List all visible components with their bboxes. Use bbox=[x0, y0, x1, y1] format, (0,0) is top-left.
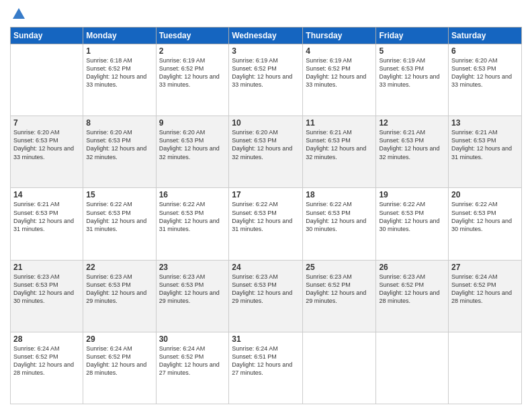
day-number: 3 bbox=[232, 46, 300, 56]
day-info: Sunrise: 6:19 AMSunset: 6:52 PMDaylight:… bbox=[159, 56, 226, 89]
table-row bbox=[11, 44, 83, 116]
day-number: 26 bbox=[379, 263, 445, 272]
day-number: 8 bbox=[86, 118, 152, 128]
header bbox=[10, 7, 522, 21]
day-number: 13 bbox=[451, 118, 519, 128]
table-row: 22Sunrise: 6:23 AMSunset: 6:53 PMDayligh… bbox=[83, 260, 156, 332]
table-row: 20Sunrise: 6:22 AMSunset: 6:53 PMDayligh… bbox=[449, 188, 522, 260]
day-number: 16 bbox=[159, 190, 226, 199]
table-row: 3Sunrise: 6:19 AMSunset: 6:52 PMDaylight… bbox=[229, 44, 303, 116]
day-number: 24 bbox=[232, 263, 300, 272]
day-number: 7 bbox=[13, 118, 80, 128]
calendar-week-row: 1Sunrise: 6:18 AMSunset: 6:52 PMDaylight… bbox=[11, 44, 522, 116]
table-row bbox=[376, 332, 449, 404]
table-row: 8Sunrise: 6:20 AMSunset: 6:53 PMDaylight… bbox=[83, 116, 156, 188]
day-info: Sunrise: 6:23 AMSunset: 6:53 PMDaylight:… bbox=[232, 273, 300, 306]
table-row: 5Sunrise: 6:19 AMSunset: 6:53 PMDaylight… bbox=[376, 44, 449, 116]
day-info: Sunrise: 6:22 AMSunset: 6:53 PMDaylight:… bbox=[306, 200, 373, 233]
day-info: Sunrise: 6:18 AMSunset: 6:52 PMDaylight:… bbox=[86, 56, 152, 89]
calendar-table: Sunday Monday Tuesday Wednesday Thursday… bbox=[10, 27, 522, 404]
svg-marker-0 bbox=[13, 8, 25, 19]
col-sunday: Sunday bbox=[11, 28, 83, 44]
day-number: 22 bbox=[86, 263, 152, 272]
table-row: 1Sunrise: 6:18 AMSunset: 6:52 PMDaylight… bbox=[83, 44, 156, 116]
day-info: Sunrise: 6:23 AMSunset: 6:53 PMDaylight:… bbox=[86, 273, 152, 306]
day-info: Sunrise: 6:23 AMSunset: 6:52 PMDaylight:… bbox=[306, 273, 373, 306]
table-row: 31Sunrise: 6:24 AMSunset: 6:51 PMDayligh… bbox=[229, 332, 303, 404]
table-row bbox=[303, 332, 376, 404]
day-info: Sunrise: 6:21 AMSunset: 6:53 PMDaylight:… bbox=[451, 128, 519, 161]
day-number: 5 bbox=[379, 46, 445, 56]
table-row: 18Sunrise: 6:22 AMSunset: 6:53 PMDayligh… bbox=[303, 188, 376, 260]
day-number: 10 bbox=[232, 118, 300, 128]
calendar-week-row: 7Sunrise: 6:20 AMSunset: 6:53 PMDaylight… bbox=[11, 116, 522, 188]
table-row: 13Sunrise: 6:21 AMSunset: 6:53 PMDayligh… bbox=[449, 116, 522, 188]
day-info: Sunrise: 6:23 AMSunset: 6:52 PMDaylight:… bbox=[379, 273, 445, 306]
logo-icon bbox=[11, 7, 26, 21]
table-row: 12Sunrise: 6:21 AMSunset: 6:53 PMDayligh… bbox=[376, 116, 449, 188]
page: Sunday Monday Tuesday Wednesday Thursday… bbox=[0, 0, 532, 411]
day-number: 20 bbox=[451, 190, 519, 199]
day-info: Sunrise: 6:22 AMSunset: 6:53 PMDaylight:… bbox=[232, 200, 300, 233]
day-info: Sunrise: 6:21 AMSunset: 6:53 PMDaylight:… bbox=[13, 200, 80, 233]
table-row: 27Sunrise: 6:24 AMSunset: 6:52 PMDayligh… bbox=[449, 260, 522, 332]
day-number: 27 bbox=[451, 263, 519, 272]
day-info: Sunrise: 6:22 AMSunset: 6:53 PMDaylight:… bbox=[86, 200, 152, 233]
calendar-week-row: 28Sunrise: 6:24 AMSunset: 6:52 PMDayligh… bbox=[11, 332, 522, 404]
col-wednesday: Wednesday bbox=[229, 28, 303, 44]
day-number: 18 bbox=[306, 190, 373, 199]
day-info: Sunrise: 6:20 AMSunset: 6:53 PMDaylight:… bbox=[86, 128, 152, 161]
table-row: 2Sunrise: 6:19 AMSunset: 6:52 PMDaylight… bbox=[156, 44, 229, 116]
day-info: Sunrise: 6:22 AMSunset: 6:53 PMDaylight:… bbox=[159, 200, 226, 233]
day-number: 25 bbox=[306, 263, 373, 272]
day-info: Sunrise: 6:24 AMSunset: 6:52 PMDaylight:… bbox=[86, 345, 152, 377]
calendar-week-row: 21Sunrise: 6:23 AMSunset: 6:53 PMDayligh… bbox=[11, 260, 522, 332]
table-row: 30Sunrise: 6:24 AMSunset: 6:52 PMDayligh… bbox=[156, 332, 229, 404]
day-info: Sunrise: 6:21 AMSunset: 6:53 PMDaylight:… bbox=[379, 128, 445, 161]
calendar-week-row: 14Sunrise: 6:21 AMSunset: 6:53 PMDayligh… bbox=[11, 188, 522, 260]
day-info: Sunrise: 6:22 AMSunset: 6:53 PMDaylight:… bbox=[451, 200, 519, 233]
table-row: 28Sunrise: 6:24 AMSunset: 6:52 PMDayligh… bbox=[11, 332, 83, 404]
day-info: Sunrise: 6:23 AMSunset: 6:53 PMDaylight:… bbox=[13, 273, 80, 306]
day-info: Sunrise: 6:21 AMSunset: 6:53 PMDaylight:… bbox=[306, 128, 373, 161]
table-row: 26Sunrise: 6:23 AMSunset: 6:52 PMDayligh… bbox=[376, 260, 449, 332]
day-number: 9 bbox=[159, 118, 226, 128]
day-number: 29 bbox=[86, 334, 152, 344]
day-info: Sunrise: 6:20 AMSunset: 6:53 PMDaylight:… bbox=[232, 128, 300, 161]
day-info: Sunrise: 6:24 AMSunset: 6:52 PMDaylight:… bbox=[451, 273, 519, 306]
day-number: 1 bbox=[86, 46, 152, 56]
day-info: Sunrise: 6:19 AMSunset: 6:52 PMDaylight:… bbox=[306, 56, 373, 89]
table-row: 6Sunrise: 6:20 AMSunset: 6:53 PMDaylight… bbox=[449, 44, 522, 116]
day-info: Sunrise: 6:19 AMSunset: 6:52 PMDaylight:… bbox=[232, 56, 300, 89]
day-number: 15 bbox=[86, 190, 152, 199]
day-info: Sunrise: 6:24 AMSunset: 6:52 PMDaylight:… bbox=[159, 345, 226, 377]
calendar-header-row: Sunday Monday Tuesday Wednesday Thursday… bbox=[11, 28, 522, 44]
table-row: 7Sunrise: 6:20 AMSunset: 6:53 PMDaylight… bbox=[11, 116, 83, 188]
table-row: 24Sunrise: 6:23 AMSunset: 6:53 PMDayligh… bbox=[229, 260, 303, 332]
table-row: 23Sunrise: 6:23 AMSunset: 6:53 PMDayligh… bbox=[156, 260, 229, 332]
day-number: 17 bbox=[232, 190, 300, 199]
table-row: 25Sunrise: 6:23 AMSunset: 6:52 PMDayligh… bbox=[303, 260, 376, 332]
day-number: 6 bbox=[451, 46, 519, 56]
day-info: Sunrise: 6:23 AMSunset: 6:53 PMDaylight:… bbox=[159, 273, 226, 306]
day-info: Sunrise: 6:24 AMSunset: 6:52 PMDaylight:… bbox=[13, 345, 80, 377]
day-number: 12 bbox=[379, 118, 445, 128]
table-row bbox=[449, 332, 522, 404]
day-info: Sunrise: 6:19 AMSunset: 6:53 PMDaylight:… bbox=[379, 56, 445, 89]
day-info: Sunrise: 6:24 AMSunset: 6:51 PMDaylight:… bbox=[232, 345, 300, 377]
col-thursday: Thursday bbox=[303, 28, 376, 44]
day-number: 21 bbox=[13, 263, 80, 272]
day-number: 28 bbox=[13, 334, 80, 344]
table-row: 16Sunrise: 6:22 AMSunset: 6:53 PMDayligh… bbox=[156, 188, 229, 260]
day-number: 14 bbox=[13, 190, 80, 199]
day-info: Sunrise: 6:22 AMSunset: 6:53 PMDaylight:… bbox=[379, 200, 445, 233]
col-friday: Friday bbox=[376, 28, 449, 44]
day-info: Sunrise: 6:20 AMSunset: 6:53 PMDaylight:… bbox=[159, 128, 226, 161]
day-info: Sunrise: 6:20 AMSunset: 6:53 PMDaylight:… bbox=[13, 128, 80, 161]
day-info: Sunrise: 6:20 AMSunset: 6:53 PMDaylight:… bbox=[451, 56, 519, 89]
col-tuesday: Tuesday bbox=[156, 28, 229, 44]
table-row: 11Sunrise: 6:21 AMSunset: 6:53 PMDayligh… bbox=[303, 116, 376, 188]
table-row: 14Sunrise: 6:21 AMSunset: 6:53 PMDayligh… bbox=[11, 188, 83, 260]
day-number: 4 bbox=[306, 46, 373, 56]
col-monday: Monday bbox=[83, 28, 156, 44]
